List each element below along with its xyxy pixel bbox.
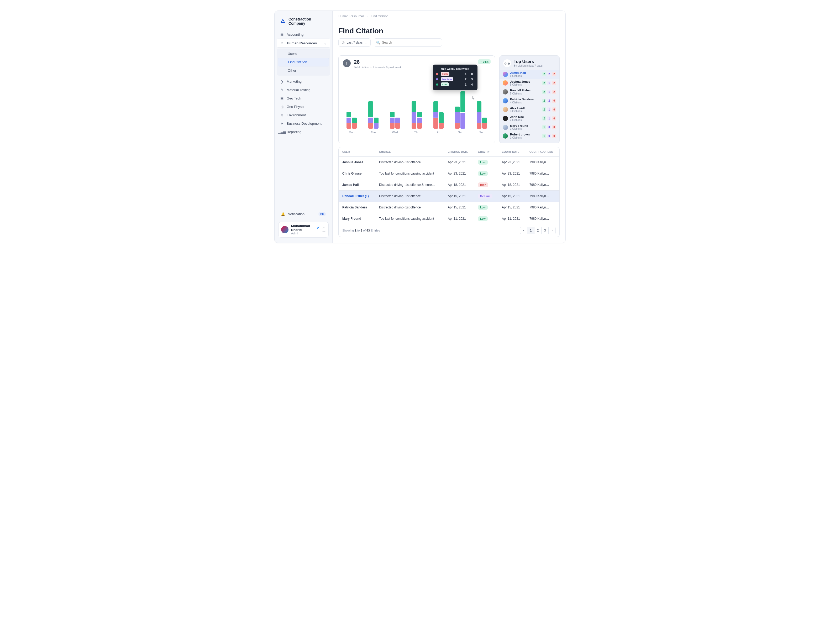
col-user[interactable]: USER bbox=[339, 147, 375, 157]
nav-accounting[interactable]: ▦ Accounting bbox=[277, 30, 330, 39]
avatar bbox=[503, 81, 508, 85]
table-row[interactable]: Patricia SandersDistracted driving- 1st … bbox=[339, 202, 559, 213]
nav-geo-physic[interactable]: ◎Geo Physic bbox=[277, 103, 330, 111]
cell-citation-date: Apr 11, 2021 bbox=[444, 213, 474, 224]
nav-material-testing[interactable]: ✎Material Testing bbox=[277, 85, 330, 94]
rocket-icon: ✈ bbox=[280, 121, 284, 125]
nav-geo-tech[interactable]: ▣Geo Tech bbox=[277, 94, 330, 103]
chart-day[interactable] bbox=[365, 101, 382, 129]
nav-hr-find-citation[interactable]: Find Citation bbox=[278, 58, 329, 66]
x-tick: Thu bbox=[408, 131, 426, 134]
top-user-count: 3 Ciations bbox=[510, 110, 525, 113]
cell-citation-date: Apr 15, 2021 bbox=[444, 202, 474, 213]
chart-x-axis: MonTueWedThuFriSatSun bbox=[343, 131, 491, 134]
top-user-row[interactable]: Joshua Jones5 Ciations212 bbox=[499, 79, 559, 88]
top-user-count: 5 Ciations bbox=[510, 83, 530, 86]
cube-icon: ▣ bbox=[280, 96, 284, 100]
current-user-card[interactable]: Mohammad Sharifi✔ Admin ︿﹀ bbox=[278, 222, 328, 238]
high-count-chip: 0 bbox=[552, 125, 556, 129]
arrow-up-icon: ↑ bbox=[480, 60, 482, 63]
top-user-row[interactable]: Alex Haidt3 Ciations210 bbox=[499, 105, 559, 114]
citations-table-card: USER CHARGE CITATION DATE GRAVITY COURT … bbox=[338, 147, 560, 237]
nav-hr-other[interactable]: Other bbox=[278, 66, 329, 74]
nav-reporting[interactable]: ▁▃▅Reporting bbox=[277, 128, 330, 136]
search-input[interactable] bbox=[374, 38, 442, 47]
medium-count-chip: 1 bbox=[547, 81, 551, 85]
user-name: Mohammad Sharifi✔ bbox=[291, 224, 320, 232]
top-user-name: Mary Freund bbox=[510, 124, 528, 128]
top-user-row[interactable]: Patricia Sanders4 Ciations220 bbox=[499, 96, 559, 105]
x-tick: Sat bbox=[452, 131, 469, 134]
page-prev[interactable]: ‹ bbox=[520, 227, 527, 234]
cell-user: Patricia Sanders bbox=[339, 202, 375, 213]
dot-high-icon bbox=[436, 73, 438, 75]
pencil-icon: ✎ bbox=[280, 88, 284, 92]
table-row[interactable]: Joshua JonesDistracted driving- 1st offe… bbox=[339, 157, 559, 168]
table-row[interactable]: Randall Fisher (1)Distracted driving- 1s… bbox=[339, 191, 559, 202]
cell-charge: Distracted driving- 1st offence bbox=[375, 157, 444, 168]
col-court-date[interactable]: COURT DATE bbox=[498, 147, 526, 157]
date-range-button[interactable]: ◷ Last 7 days ⌄ bbox=[338, 38, 371, 47]
table-row[interactable]: James HallDistracted driving- 1st offenc… bbox=[339, 179, 559, 191]
avatar bbox=[503, 107, 508, 112]
col-citation-date[interactable]: CITATION DATE bbox=[444, 147, 474, 157]
cell-citation-date: Apr 18, 2021 bbox=[444, 179, 474, 191]
top-user-row[interactable]: Robert brown1 Ciations100 bbox=[499, 131, 559, 141]
chart-day[interactable] bbox=[430, 101, 447, 129]
chart-day[interactable] bbox=[452, 91, 469, 129]
top-user-name: John Doe bbox=[510, 115, 524, 118]
page-1[interactable]: 1 bbox=[527, 227, 534, 234]
chart-day[interactable] bbox=[386, 111, 404, 129]
nav-hr-users[interactable]: Users bbox=[278, 50, 329, 58]
citations-table: USER CHARGE CITATION DATE GRAVITY COURT … bbox=[339, 147, 559, 224]
page-3[interactable]: 3 bbox=[541, 227, 549, 234]
nav-marketing[interactable]: ❯Marketing bbox=[277, 77, 330, 85]
table-row[interactable]: Chris GlasserToo fast for conditions cau… bbox=[339, 168, 559, 179]
medium-count-chip: 2 bbox=[547, 99, 551, 103]
avatar bbox=[503, 89, 508, 95]
nav-business-dev[interactable]: ✈Business Development bbox=[277, 119, 330, 128]
top-user-row[interactable]: John Doe2 Ciations210 bbox=[499, 114, 559, 123]
chart-day[interactable] bbox=[408, 101, 426, 129]
col-charge[interactable]: CHARGE bbox=[375, 147, 444, 157]
top-user-row[interactable]: Randall Fisher5 Ciations212 bbox=[499, 87, 559, 96]
high-count-chip: 2 bbox=[552, 72, 556, 76]
col-court-address[interactable]: COURT ADDRESS bbox=[526, 147, 559, 157]
top-user-name: Randall Fisher bbox=[510, 89, 531, 92]
high-count-chip: 2 bbox=[552, 90, 556, 94]
cell-gravity: Medium bbox=[474, 191, 498, 202]
nav-environment[interactable]: ⊕Environment bbox=[277, 111, 330, 119]
cell-court-address: 7980 Kailyn… bbox=[526, 157, 559, 168]
citations-chart-card: ! 26 Total ciation in this week & past w… bbox=[338, 55, 495, 143]
breadcrumb-root[interactable]: Human Resources bbox=[338, 14, 364, 18]
chart-day[interactable] bbox=[473, 101, 491, 129]
x-tick: Mon bbox=[343, 131, 360, 134]
user-menu-toggle[interactable]: ︿﹀ bbox=[322, 225, 326, 234]
page-next[interactable]: › bbox=[548, 227, 556, 234]
table-body: Joshua JonesDistracted driving- 1st offe… bbox=[339, 157, 559, 224]
dot-medium-icon bbox=[436, 78, 438, 81]
cell-court-date: Apr 15, 2021 bbox=[498, 202, 526, 213]
col-gravity[interactable]: GRAVITY bbox=[474, 147, 498, 157]
low-count-chip: 2 bbox=[542, 107, 546, 112]
low-count-chip: 2 bbox=[542, 81, 546, 85]
cell-citation-date: Apr 23 ,2021 bbox=[444, 157, 474, 168]
low-count-chip: 2 bbox=[542, 116, 546, 120]
medium-count-chip: 1 bbox=[547, 116, 551, 120]
notification-link[interactable]: 🔔 Notification 99+ bbox=[278, 210, 328, 218]
verified-icon: ✔ bbox=[317, 226, 320, 230]
chart-icon: ▁▃▅ bbox=[280, 129, 284, 134]
cell-court-date: Apr 15, 2021 bbox=[498, 191, 526, 202]
page-2[interactable]: 2 bbox=[534, 227, 542, 234]
app-window: Constraction Company ▦ Accounting ☺ Huma… bbox=[274, 11, 566, 243]
chevron-down-icon: ⌄ bbox=[365, 41, 367, 44]
top-user-row[interactable]: Mary Freund1 Ciations100 bbox=[499, 123, 559, 132]
cell-court-date: Apr 23 ,2021 bbox=[498, 157, 526, 168]
cell-user: James Hall bbox=[339, 179, 375, 191]
chart-day[interactable] bbox=[343, 111, 360, 129]
table-row[interactable]: Mary FreundToo fast for conditions causi… bbox=[339, 213, 559, 224]
brand-name: Constraction Company bbox=[289, 17, 327, 25]
top-user-row[interactable]: James Hall6 Ciations222 bbox=[499, 70, 559, 79]
nav-human-resources[interactable]: ☺ Human Resources ⌄ bbox=[277, 39, 330, 47]
exclamation-icon: ! bbox=[343, 59, 351, 67]
